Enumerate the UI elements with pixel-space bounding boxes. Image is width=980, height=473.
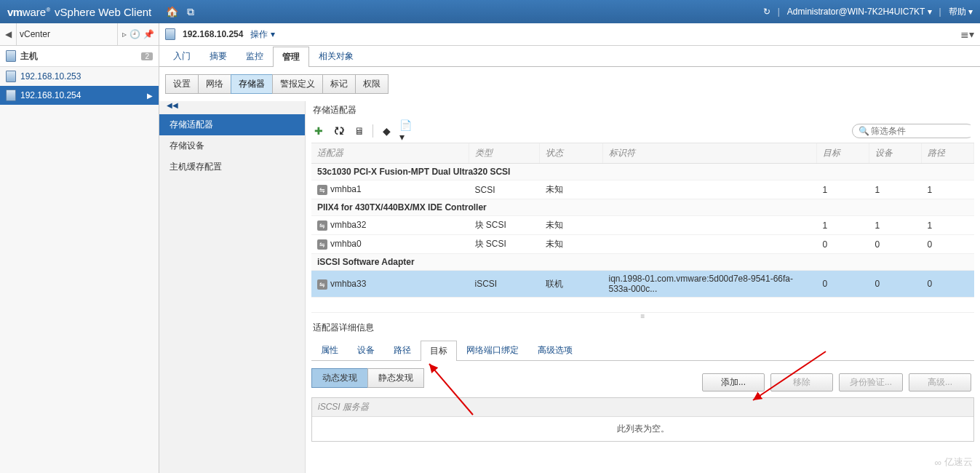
copy-icon[interactable]: 📄▾ [399, 124, 414, 138]
host-icon [6, 90, 16, 101]
nav-history-icon[interactable]: 🕘 [130, 29, 140, 39]
tab-getting-started[interactable]: 入门 [164, 46, 200, 66]
sidenav-storage-adapters[interactable]: 存储适配器 [159, 114, 305, 135]
adapter-icon: ⇋ [317, 239, 327, 250]
col-identifier[interactable]: 标识符 [603, 143, 817, 164]
dtab-port-binding[interactable]: 网络端口绑定 [457, 340, 528, 360]
col-adapter[interactable]: 适配器 [311, 143, 469, 164]
main-tabs: 入门 摘要 监控 管理 相关对象 [159, 46, 980, 67]
user-menu[interactable]: Administrator@WIN-7K2H4UIC7KT ▾ [787, 7, 932, 17]
collapse-icon[interactable]: ◀◀ [159, 101, 305, 114]
home-icon[interactable]: 🏠 [166, 6, 178, 18]
col-devices[interactable]: 设备 [869, 143, 922, 164]
table-row[interactable]: ⇋vmhba32块 SCSI未知111 [311, 216, 974, 235]
filter-box[interactable]: 🔍 ▾ [852, 124, 974, 138]
new-window-icon[interactable]: ⧉ [187, 6, 194, 18]
host-group-icon [6, 50, 16, 62]
nav-back-icon[interactable]: ◀ [0, 29, 16, 39]
storage-sidenav: ◀◀ 存储适配器 存储设备 主机缓存配置 [159, 101, 306, 473]
adapter-icon: ⇋ [317, 220, 327, 231]
remove-button[interactable]: 移除 [770, 373, 833, 391]
add-adapter-icon[interactable]: ✚ [311, 124, 326, 138]
adapter-toolbar: ✚ 🗘 🖥 ◆ 📄▾ 🔍 ▾ [311, 122, 974, 143]
rescan-storage-icon[interactable]: 🖥 [352, 124, 367, 138]
pane-resizer[interactable] [311, 313, 974, 319]
host-item-selected[interactable]: 192.168.10.254 ▶ [0, 86, 159, 105]
hosts-header[interactable]: 主机 2 [0, 46, 159, 67]
watermark-icon: ∞ [935, 457, 941, 468]
table-row[interactable]: ⇋vmhba1SCSI未知111 [311, 180, 974, 199]
subtab-tags[interactable]: 标记 [322, 74, 356, 94]
iscsi-col-header[interactable]: iSCSI 服务器 [312, 398, 973, 417]
col-type[interactable]: 类型 [469, 143, 540, 164]
target-buttons: 添加... 移除 身份验证... 高级... [702, 373, 971, 391]
table-row[interactable]: ⇋vmhba33iSCSI联机iqn.1998-01.com.vmware:5d… [311, 271, 974, 298]
subtab-alarms[interactable]: 警报定义 [272, 74, 323, 94]
logo: vmware® vSphere Web Client [7, 6, 151, 18]
col-status[interactable]: 状态 [540, 143, 603, 164]
watermark: ∞ 亿速云 [935, 456, 973, 469]
chevron-right-icon: ▶ [147, 92, 153, 100]
tab-related[interactable]: 相关对象 [309, 46, 363, 66]
iscsi-servers-table: iSCSI 服务器 此列表为空。 [311, 397, 974, 442]
col-targets[interactable]: 目标 [817, 143, 869, 164]
subtab-storage[interactable]: 存储器 [231, 74, 273, 94]
nav-play-icon[interactable]: ▹ [122, 29, 127, 39]
tab-monitor[interactable]: 监控 [236, 46, 273, 66]
refresh-adapter-icon[interactable]: 🗘 [332, 124, 346, 138]
sidenav-host-cache[interactable]: 主机缓存配置 [159, 156, 305, 178]
context-bar: 192.168.10.254 操作 ▾ ≣▾ [159, 23, 980, 46]
adapter-icon: ⇋ [317, 185, 327, 195]
detail-tabs: 属性 设备 路径 目标 网络端口绑定 高级选项 [311, 340, 974, 361]
subtab-settings[interactable]: 设置 [165, 74, 199, 94]
dtab-advanced[interactable]: 高级选项 [528, 340, 582, 360]
filter-input[interactable] [869, 125, 980, 137]
subtab-perms[interactable]: 权限 [355, 74, 389, 94]
subtab-network[interactable]: 网络 [198, 74, 231, 94]
context-title: 192.168.10.254 [183, 29, 243, 39]
table-group-header: 53c1030 PCI-X Fusion-MPT Dual Ultra320 S… [311, 164, 974, 180]
seg-dynamic-discovery[interactable]: 动态发现 [311, 368, 368, 388]
table-group-header: iSCSI Software Adapter [311, 254, 974, 271]
table-group-header: PIIX4 for 430TX/440BX/MX IDE Controller [311, 199, 974, 216]
actions-menu[interactable]: 操作 ▾ [250, 28, 274, 41]
tab-summary[interactable]: 摘要 [200, 46, 236, 66]
table-row[interactable]: ⇋vmhba0块 SCSI未知000 [311, 235, 974, 254]
rescan-all-icon[interactable]: ◆ [379, 124, 394, 138]
seg-static-discovery[interactable]: 静态发现 [367, 368, 424, 388]
adapter-icon: ⇋ [317, 279, 327, 290]
dtab-paths[interactable]: 路径 [384, 340, 421, 360]
host-count-badge: 2 [141, 52, 153, 60]
dtab-devices[interactable]: 设备 [348, 340, 384, 360]
dtab-targets[interactable]: 目标 [421, 341, 457, 361]
host-icon [6, 71, 16, 82]
host-item[interactable]: 192.168.10.253 [0, 67, 159, 86]
host-icon [165, 28, 175, 40]
nav-panel: ◀ vCenter ▹ 🕘 📌 主机 2 192.168.10.253 192.… [0, 23, 159, 473]
detail-title: 适配器详细信息 [311, 319, 974, 337]
nav-breadcrumb[interactable]: vCenter [16, 23, 118, 45]
col-paths[interactable]: 路径 [922, 143, 974, 164]
auth-button[interactable]: 身份验证... [839, 373, 903, 391]
table-header-row: 适配器 类型 状态 标识符 目标 设备 路径 [311, 143, 974, 164]
tab-manage[interactable]: 管理 [273, 47, 309, 67]
iscsi-empty-text: 此列表为空。 [312, 417, 973, 441]
top-bar: vmware® vSphere Web Client 🏠 ⧉ ↻ | Admin… [0, 0, 980, 23]
adapters-table: 适配器 类型 状态 标识符 目标 设备 路径 53c1030 PCI-X Fus… [311, 143, 974, 298]
advanced-button[interactable]: 高级... [909, 373, 971, 391]
nav-pin-icon[interactable]: 📌 [143, 29, 154, 39]
dtab-properties[interactable]: 属性 [311, 340, 348, 360]
settings-icon[interactable]: ≣▾ [960, 28, 974, 40]
help-link[interactable]: 帮助 ▾ [949, 6, 973, 18]
search-icon: 🔍 [859, 126, 869, 136]
add-button[interactable]: 添加... [702, 373, 765, 391]
sub-tabs: 设置 网络 存储器 警报定义 标记 权限 [165, 74, 980, 94]
sidenav-storage-devices[interactable]: 存储设备 [159, 135, 305, 156]
refresh-icon[interactable]: ↻ [763, 7, 770, 17]
